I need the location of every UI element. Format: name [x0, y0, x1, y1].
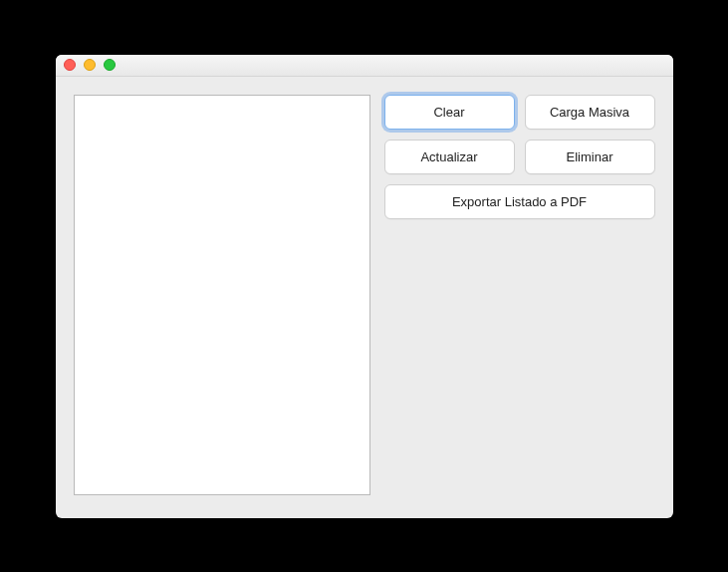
- button-row-3: Exportar Listado a PDF: [384, 184, 655, 219]
- list-panel[interactable]: [74, 95, 370, 495]
- minimize-icon[interactable]: [84, 59, 96, 71]
- eliminar-button[interactable]: Eliminar: [525, 140, 655, 174]
- maximize-icon[interactable]: [104, 59, 116, 71]
- close-icon[interactable]: [64, 59, 76, 71]
- titlebar: [56, 55, 673, 77]
- carga-masiva-button[interactable]: Carga Masiva: [525, 95, 655, 130]
- button-row-2: Actualizar Eliminar: [384, 140, 655, 174]
- traffic-lights: [64, 59, 116, 71]
- button-column: Clear Carga Masiva Actualizar Eliminar E…: [384, 95, 655, 500]
- actualizar-button[interactable]: Actualizar: [384, 140, 515, 174]
- content-area: Clear Carga Masiva Actualizar Eliminar E…: [56, 77, 673, 518]
- app-window: Clear Carga Masiva Actualizar Eliminar E…: [56, 55, 673, 518]
- clear-button[interactable]: Clear: [384, 95, 515, 130]
- exportar-pdf-button[interactable]: Exportar Listado a PDF: [384, 184, 655, 219]
- button-row-1: Clear Carga Masiva: [384, 95, 655, 130]
